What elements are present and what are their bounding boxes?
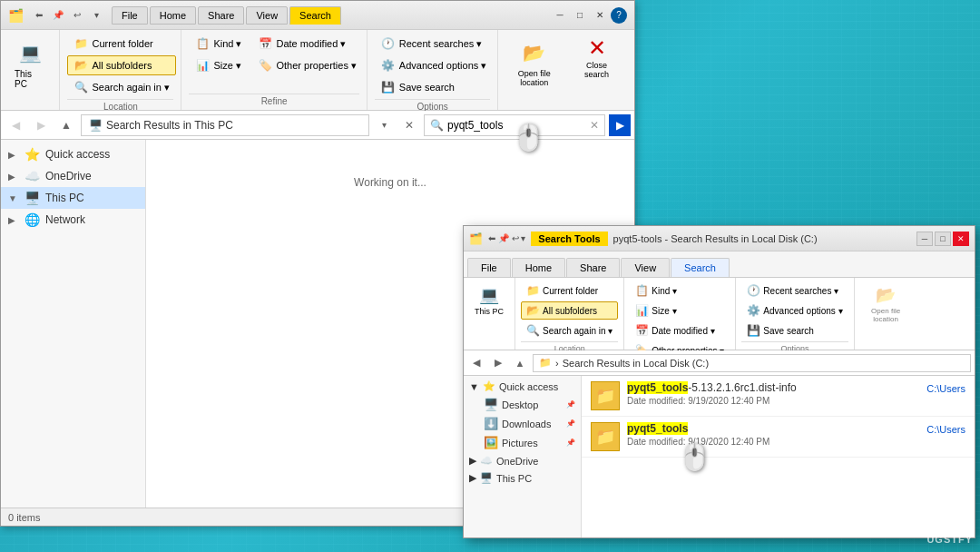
tab-share[interactable]: Share bbox=[198, 6, 244, 25]
src-open-file-button[interactable]: 📂 Open file location bbox=[860, 281, 912, 327]
help-button[interactable]: ? bbox=[611, 7, 627, 24]
recent-searches-label: Recent searches ▾ bbox=[399, 38, 483, 50]
ss-downloads-item[interactable]: ⬇️ Downloads 📌 bbox=[464, 414, 581, 433]
quickaccess-label: Quick access bbox=[45, 148, 110, 161]
search-input[interactable] bbox=[447, 119, 586, 132]
forward-nav-button[interactable]: ▶ bbox=[30, 114, 52, 136]
refine-label: Refine bbox=[189, 94, 358, 106]
sidebar-item-quickaccess[interactable]: ▶ ⭐ Quick access bbox=[1, 143, 145, 165]
advanced-options-label: Advanced options ▾ bbox=[399, 60, 487, 72]
this-pc-label: This PC bbox=[15, 69, 45, 89]
all-subfolders-button[interactable]: 📂 All subfolders bbox=[67, 55, 176, 75]
quickaccess-icon: ⭐ bbox=[24, 147, 40, 162]
src-recent-searches-button[interactable]: 🕐 Recent searches ▾ bbox=[741, 281, 848, 300]
src-size-button[interactable]: 📊 Size ▾ bbox=[630, 301, 730, 320]
second-minimize-button[interactable]: ─ bbox=[916, 232, 933, 246]
ss-onedrive-header[interactable]: ▶ ☁️ OneDrive bbox=[464, 452, 581, 469]
src-current-folder-button[interactable]: 📁 Current folder bbox=[521, 281, 618, 300]
src-location-body: 📁 Current folder 📂 All subfolders 🔍 Sear… bbox=[521, 281, 618, 340]
sidebar-item-onedrive[interactable]: ▶ ☁️ OneDrive bbox=[1, 165, 145, 187]
back-icon[interactable]: ⬅ bbox=[31, 7, 47, 24]
open-file-location-button[interactable]: 📂 Open file location bbox=[505, 34, 563, 92]
src-advanced-options-button[interactable]: ⚙️ Advanced options ▾ bbox=[741, 301, 848, 320]
result-name-post-1: -5.13.2.1.6rc1.dist-info bbox=[688, 381, 796, 394]
sidebar-item-network[interactable]: ▶ 🌐 Network bbox=[1, 209, 145, 231]
src-all-subfolders-label: All subfolders bbox=[543, 306, 597, 316]
results-panel: 📁 pyqt5_tools-5.13.2.1.6rc1.dist-info Da… bbox=[582, 376, 975, 537]
second-forward-button[interactable]: ▶ bbox=[489, 354, 507, 372]
ss-thispc-header[interactable]: ▶ 🖥️ This PC bbox=[464, 469, 581, 487]
undo-icon[interactable]: ↩ bbox=[69, 7, 85, 24]
refresh-button[interactable]: ✕ bbox=[398, 114, 420, 136]
options-label: Options bbox=[375, 99, 491, 112]
src-all-subfolders-button[interactable]: 📂 All subfolders bbox=[521, 301, 618, 320]
second-close-button[interactable]: ✕ bbox=[953, 232, 969, 246]
second-tab-file[interactable]: File bbox=[467, 258, 511, 277]
other-properties-button[interactable]: 🏷️ Other properties ▾ bbox=[251, 55, 363, 75]
second-title-left: 🗂️ ⬅ 📌 ↩ ▾ Search Tools pyqt5-tools - Se… bbox=[469, 232, 818, 246]
status-text: 0 items bbox=[8, 512, 40, 523]
tab-home[interactable]: Home bbox=[150, 6, 196, 25]
sidebar-item-thispc[interactable]: ▼ 🖥️ This PC bbox=[1, 187, 145, 209]
main-sidebar: ▶ ⭐ Quick access ▶ ☁️ OneDrive ▼ 🖥️ This… bbox=[1, 140, 146, 508]
date-modified-button[interactable]: 📅 Date modified ▾ bbox=[251, 34, 363, 54]
second-up-button[interactable]: ▲ bbox=[511, 354, 529, 372]
src-section-location: 📁 Current folder 📂 All subfolders 🔍 Sear… bbox=[515, 278, 624, 350]
size-label: Size ▾ bbox=[213, 60, 240, 72]
close-search-icon: ✕ bbox=[588, 37, 606, 59]
up-nav-button[interactable]: ▲ bbox=[55, 114, 77, 136]
tab-search[interactable]: Search bbox=[289, 6, 341, 25]
src-search-again-button[interactable]: 🔍 Search again in ▾ bbox=[521, 321, 618, 340]
src-kind-button[interactable]: 📋 Kind ▾ bbox=[630, 281, 730, 300]
watermark: UGSTFY bbox=[926, 534, 973, 545]
src-save-search-button[interactable]: 💾 Save search bbox=[741, 321, 848, 340]
ss-desktop-icon: 🖥️ bbox=[484, 398, 498, 411]
back-nav-button[interactable]: ◀ bbox=[5, 114, 26, 136]
search-submit-button[interactable]: ▶ bbox=[609, 114, 631, 136]
main-search-box[interactable]: 🔍 ✕ bbox=[424, 114, 605, 136]
result-item-1[interactable]: 📁 pyqt5_tools-5.13.2.1.6rc1.dist-info Da… bbox=[582, 376, 975, 417]
tab-view[interactable]: View bbox=[246, 6, 288, 25]
pin-icon[interactable]: 📌 bbox=[50, 7, 66, 24]
ss-quickaccess-header[interactable]: ▼ ⭐ Quick access bbox=[464, 378, 581, 395]
current-folder-button[interactable]: 📁 Current folder bbox=[67, 34, 176, 54]
address-path-bar[interactable]: 🖥️ Search Results in This PC bbox=[81, 114, 369, 136]
second-maximize-button[interactable]: □ bbox=[935, 232, 951, 246]
save-search-button[interactable]: 💾 Save search bbox=[375, 77, 494, 97]
second-back-button[interactable]: ◀ bbox=[467, 354, 485, 372]
src-this-pc-button[interactable]: 💻 This PC bbox=[469, 281, 509, 320]
ss-cloud-icon: ☁️ bbox=[480, 455, 493, 467]
second-tab-search[interactable]: Search bbox=[671, 258, 730, 277]
src-options-body: 🕐 Recent searches ▾ ⚙️ Advanced options … bbox=[741, 281, 848, 340]
minimize-button[interactable]: ─ bbox=[551, 8, 569, 23]
recent-searches-button[interactable]: 🕐 Recent searches ▾ bbox=[375, 34, 494, 54]
size-button[interactable]: 📊 Size ▾ bbox=[189, 55, 248, 75]
refine-buttons: 📋 Kind ▾ 📊 Size ▾ bbox=[189, 34, 248, 75]
ss-pictures-icon: 🖼️ bbox=[484, 436, 498, 449]
clear-search-icon[interactable]: ✕ bbox=[590, 119, 599, 132]
src-openfile-icon: 📂 bbox=[876, 285, 896, 305]
close-button[interactable]: ✕ bbox=[591, 8, 609, 23]
result-meta-1: Date modified: 9/19/2020 12:40 PM bbox=[627, 396, 919, 406]
second-tab-home[interactable]: Home bbox=[512, 258, 565, 277]
result-item-2[interactable]: 📁 pyqt5_tools Date modified: 9/19/2020 1… bbox=[582, 417, 975, 458]
all-subfolders-label: All subfolders bbox=[92, 60, 152, 71]
close-search-button[interactable]: ✕ Close search bbox=[566, 34, 627, 83]
advanced-options-button[interactable]: ⚙️ Advanced options ▾ bbox=[375, 55, 494, 75]
this-pc-button[interactable]: 💻 This PC bbox=[8, 34, 52, 94]
customize-icon[interactable]: ▾ bbox=[88, 7, 104, 24]
search-again-button[interactable]: 🔍 Search again in ▾ bbox=[67, 77, 176, 97]
kind-button[interactable]: 📋 Kind ▾ bbox=[189, 34, 248, 54]
tab-file[interactable]: File bbox=[112, 6, 148, 25]
ss-chevron-onedrive: ▶ bbox=[469, 455, 476, 467]
second-tab-share[interactable]: Share bbox=[566, 258, 620, 277]
second-tab-view[interactable]: View bbox=[621, 258, 670, 277]
src-date-modified-button[interactable]: 📅 Date modified ▾ bbox=[630, 321, 730, 340]
maximize-button[interactable]: □ bbox=[571, 8, 589, 23]
second-address-path[interactable]: 📁 › Search Results in Local Disk (C:) bbox=[533, 354, 971, 372]
second-ribbon-tabs: File Home Share View Search bbox=[464, 251, 975, 277]
ss-pictures-item[interactable]: 🖼️ Pictures 📌 bbox=[464, 433, 581, 452]
ss-desktop-item[interactable]: 🖥️ Desktop 📌 bbox=[464, 395, 581, 414]
open-file-location-label: Open file location bbox=[512, 69, 556, 87]
address-dropdown-button[interactable]: ▾ bbox=[373, 114, 395, 136]
